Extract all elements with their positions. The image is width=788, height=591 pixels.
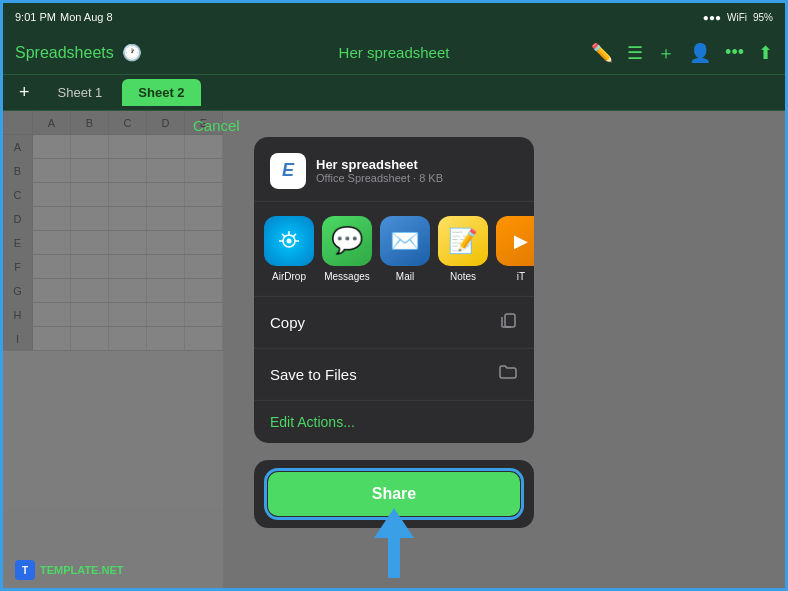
file-icon: E bbox=[270, 152, 306, 188]
status-time: 9:01 PM Mon Aug 8 bbox=[15, 11, 113, 23]
arrow-head bbox=[374, 508, 414, 538]
tab-sheet1[interactable]: Sheet 1 bbox=[42, 79, 119, 106]
svg-rect-2 bbox=[505, 313, 515, 326]
messages-label: Messages bbox=[324, 270, 370, 281]
edit-actions-label: Edit Actions... bbox=[270, 413, 355, 429]
more-share[interactable]: ▶ iT bbox=[496, 215, 534, 281]
copy-icon bbox=[498, 309, 518, 334]
watermark: T TEMPLATE.NET bbox=[15, 560, 124, 580]
svg-point-1 bbox=[287, 238, 292, 243]
notes-icon: 📝 bbox=[438, 215, 488, 265]
airdrop-share[interactable]: AirDrop bbox=[264, 215, 314, 281]
arrow-shaft bbox=[388, 538, 400, 578]
messages-icon: 💬 bbox=[322, 215, 372, 265]
share-sheet-modal: E Her spreadsheet Office Spreadsheet · 8… bbox=[254, 136, 534, 442]
watermark-text: TEMPLATE.NET bbox=[40, 564, 124, 576]
share-apps-row: AirDrop 💬 Messages ✉️ Mail 📝 Notes ▶ iT bbox=[254, 201, 534, 296]
add-sheet-button[interactable]: + bbox=[11, 78, 38, 107]
tab-bar: + Sheet 1 Sheet 2 bbox=[3, 75, 785, 111]
clock-icon: 🕐 bbox=[122, 43, 142, 62]
airdrop-label: AirDrop bbox=[272, 270, 306, 281]
folder-icon bbox=[498, 361, 518, 386]
cancel-button[interactable]: Cancel bbox=[183, 111, 250, 140]
file-details: Her spreadsheet Office Spreadsheet · 8 K… bbox=[316, 157, 518, 184]
list-icon[interactable]: ☰ bbox=[627, 42, 643, 64]
share-icon[interactable]: ⬆ bbox=[758, 42, 773, 64]
edit-actions-button[interactable]: Edit Actions... bbox=[254, 400, 534, 442]
status-bar: 9:01 PM Mon Aug 8 ●●● WiFi 95% bbox=[3, 3, 785, 31]
copy-button[interactable]: Copy bbox=[254, 296, 534, 348]
notes-label: Notes bbox=[450, 270, 476, 281]
nav-bar: Spreadsheets 🕐 Her spreadsheet ✏️ ☰ ＋ 👤 … bbox=[3, 31, 785, 75]
more-icon[interactable]: ••• bbox=[725, 42, 744, 63]
notes-share[interactable]: 📝 Notes bbox=[438, 215, 488, 281]
person-add-icon[interactable]: 👤 bbox=[689, 42, 711, 64]
more-label: iT bbox=[517, 270, 525, 281]
mail-share[interactable]: ✉️ Mail bbox=[380, 215, 430, 281]
tab-sheet2[interactable]: Sheet 2 bbox=[122, 79, 200, 106]
file-info-section: E Her spreadsheet Office Spreadsheet · 8… bbox=[254, 136, 534, 201]
copy-label: Copy bbox=[270, 313, 305, 330]
arrow-annotation bbox=[374, 508, 414, 578]
document-title: Her spreadsheet bbox=[339, 44, 450, 61]
mail-label: Mail bbox=[396, 270, 414, 281]
mail-icon: ✉️ bbox=[380, 215, 430, 265]
app-title[interactable]: Spreadsheets bbox=[15, 44, 114, 62]
nav-left: Spreadsheets 🕐 bbox=[15, 43, 142, 62]
save-to-files-label: Save to Files bbox=[270, 365, 357, 382]
file-name: Her spreadsheet bbox=[316, 157, 518, 172]
status-indicators: ●●● WiFi 95% bbox=[703, 12, 773, 23]
watermark-icon: T bbox=[15, 560, 35, 580]
file-meta: Office Spreadsheet · 8 KB bbox=[316, 172, 518, 184]
add-icon[interactable]: ＋ bbox=[657, 41, 675, 65]
save-to-files-button[interactable]: Save to Files bbox=[254, 348, 534, 400]
more-apps-icon: ▶ bbox=[496, 215, 534, 265]
airdrop-icon bbox=[264, 215, 314, 265]
messages-share[interactable]: 💬 Messages bbox=[322, 215, 372, 281]
nav-actions: ✏️ ☰ ＋ 👤 ••• ⬆ bbox=[591, 41, 773, 65]
pencil-icon[interactable]: ✏️ bbox=[591, 42, 613, 64]
